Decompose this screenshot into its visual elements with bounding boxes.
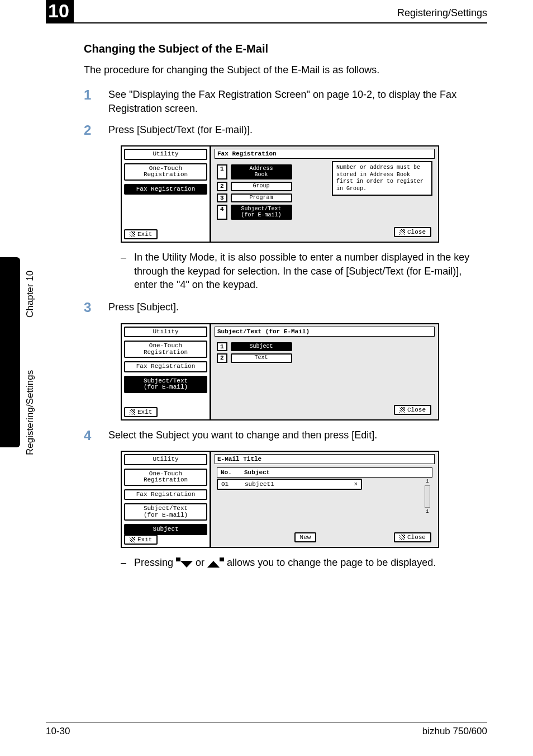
option-program[interactable]: Program bbox=[231, 193, 292, 203]
exit-button-label: Exit bbox=[137, 536, 152, 543]
arrow-up-icon bbox=[207, 557, 224, 571]
dash-icon: – bbox=[121, 556, 126, 569]
tab-fax-registration[interactable]: Fax Registration bbox=[124, 184, 207, 195]
step-number-4: 4 bbox=[84, 428, 96, 443]
screenshot-subject-text: Utility One-Touch Registration Fax Regis… bbox=[121, 323, 439, 420]
step-number-2: 2 bbox=[84, 123, 96, 138]
tab-utility[interactable]: Utility bbox=[124, 149, 207, 160]
tab-utility[interactable]: Utility bbox=[124, 454, 207, 465]
tab-fax-registration[interactable]: Fax Registration bbox=[124, 489, 207, 500]
row-subject: subject1 bbox=[245, 481, 348, 488]
side-section-label: Registering/Settings bbox=[25, 370, 36, 455]
panel-title-subject-text: Subject/Text (for E-Mail) bbox=[215, 327, 435, 337]
footer-page-number: 10-30 bbox=[46, 726, 70, 737]
tab-one-touch-registration[interactable]: One-Touch Registration bbox=[124, 469, 207, 486]
subject-table-header: No. Subject bbox=[217, 467, 432, 478]
new-button[interactable]: New bbox=[294, 532, 317, 542]
side-chapter-label: Chapter 10 bbox=[25, 271, 36, 318]
screenshot-fax-registration: Utility One-Touch Registration Fax Regis… bbox=[121, 145, 439, 243]
close-button-label: Close bbox=[407, 229, 426, 235]
close-button-label: Close bbox=[407, 407, 426, 413]
tab-subject-text[interactable]: Subject/Text (for E-mail) bbox=[124, 376, 207, 393]
header-section-title: Registering/Settings bbox=[397, 7, 487, 22]
step-text-1: See "Displaying the Fax Registration Scr… bbox=[108, 88, 487, 115]
scroll-bot-num: 1 bbox=[426, 509, 429, 514]
exit-button-label: Exit bbox=[137, 231, 152, 238]
option-group[interactable]: Group bbox=[231, 182, 292, 191]
note-paging-arrows: Pressing or allows you to change the pag… bbox=[134, 556, 436, 569]
exit-button-label: Exit bbox=[137, 409, 152, 415]
tab-subject-text[interactable]: Subject/Text (for E-mail) bbox=[124, 503, 207, 521]
tab-one-touch-registration[interactable]: One-Touch Registration bbox=[124, 163, 207, 181]
tab-fax-registration[interactable]: Fax Registration bbox=[124, 361, 207, 372]
section-heading: Changing the Subject of the E-Mail bbox=[84, 42, 487, 55]
step-text-4: Select the Subject you want to change an… bbox=[108, 428, 487, 442]
step-text-2: Press [Subject/Text (for E-mail)]. bbox=[108, 123, 487, 136]
footer-model: bizhub 750/600 bbox=[422, 726, 487, 737]
chapter-number-badge: 10 bbox=[46, 0, 74, 22]
screenshot-email-title: Utility One-Touch Registration Fax Regis… bbox=[121, 451, 439, 548]
note-utility-mode: In the Utility Mode, it is also possible… bbox=[134, 251, 487, 291]
option-subject-text[interactable]: Subject/Text (for E-mail) bbox=[231, 205, 292, 220]
row-flag-icon: × bbox=[354, 481, 358, 488]
panel-title-email-title: E-Mail Title bbox=[215, 454, 435, 464]
row-no: 01 bbox=[221, 481, 239, 488]
tab-one-touch-registration[interactable]: One-Touch Registration bbox=[124, 341, 207, 358]
arrow-down-icon bbox=[176, 557, 193, 571]
step-text-3: Press [Subject]. bbox=[108, 300, 487, 314]
panel-title-fax-registration: Fax Registration bbox=[215, 149, 435, 159]
step-number-3: 3 bbox=[84, 300, 96, 315]
hint-message: Number or address must be stored in Addr… bbox=[332, 161, 432, 196]
tab-utility[interactable]: Utility bbox=[124, 327, 207, 338]
close-button[interactable]: Close bbox=[394, 405, 431, 415]
close-button[interactable]: Close bbox=[394, 227, 431, 237]
tab-subject[interactable]: Subject bbox=[124, 524, 207, 535]
option-text[interactable]: Text bbox=[231, 353, 292, 363]
option-subject[interactable]: Subject bbox=[231, 342, 292, 352]
col-no: No. bbox=[221, 469, 239, 476]
scroll-top-num: 1 bbox=[426, 479, 429, 484]
dash-icon: – bbox=[121, 251, 126, 291]
step-number-1: 1 bbox=[84, 88, 96, 102]
scroll-indicator[interactable]: 1 1 bbox=[423, 479, 431, 514]
col-subject: Subject bbox=[244, 469, 270, 476]
close-button[interactable]: Close bbox=[394, 532, 431, 542]
option-address-book[interactable]: Address Book bbox=[231, 164, 292, 179]
side-black-tab bbox=[0, 257, 20, 447]
exit-button[interactable]: Exit bbox=[124, 229, 158, 239]
intro-paragraph: The procedure for changing the Subject o… bbox=[84, 63, 487, 77]
subject-row-01[interactable]: 01 subject1 × bbox=[217, 479, 362, 490]
close-button-label: Close bbox=[407, 534, 426, 541]
exit-button[interactable]: Exit bbox=[124, 535, 158, 545]
exit-button[interactable]: Exit bbox=[124, 407, 158, 417]
